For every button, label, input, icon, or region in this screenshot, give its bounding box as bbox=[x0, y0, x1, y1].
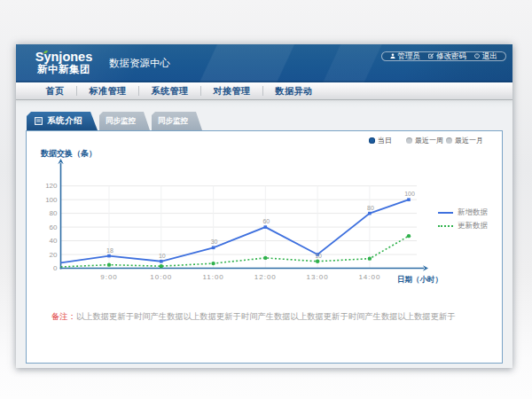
svg-text:80: 80 bbox=[50, 209, 58, 217]
svg-text:11:00: 11:00 bbox=[202, 273, 223, 281]
svg-text:100: 100 bbox=[45, 196, 58, 204]
svg-text:10:00: 10:00 bbox=[150, 273, 172, 281]
svg-text:60: 60 bbox=[262, 218, 270, 224]
svg-text:18: 18 bbox=[106, 247, 113, 254]
legend-item-updated-data: 更新数据 bbox=[438, 219, 488, 232]
x-axis-title: 日期（小时） bbox=[397, 275, 442, 286]
legend-item-new-data: 新增数据 bbox=[438, 206, 488, 219]
svg-text:60: 60 bbox=[50, 223, 58, 231]
chart-legend: 新增数据 更新数据 bbox=[438, 206, 488, 232]
svg-text:0: 0 bbox=[53, 264, 58, 272]
svg-text:12:00: 12:00 bbox=[254, 273, 277, 281]
legend-line-solid bbox=[438, 212, 453, 214]
svg-text:13:00: 13:00 bbox=[307, 273, 329, 281]
svg-text:100: 100 bbox=[404, 191, 415, 197]
browser-page: Synjones 新中新集团 数据资源中心 管理员 修改密码 退出 首页 bbox=[16, 44, 512, 368]
legend-line-dotted bbox=[438, 225, 453, 227]
svg-text:120: 120 bbox=[45, 182, 58, 190]
legend-label: 更新数据 bbox=[458, 221, 488, 231]
footnote: 备注：以上数据更新于时间产生数据以上数据更新于时间产生数据以上数据更新于时间产生… bbox=[51, 311, 504, 323]
legend-label: 新增数据 bbox=[458, 207, 488, 218]
footnote-prefix: 备注： bbox=[51, 312, 76, 321]
footnote-text: 以上数据更新于时间产生数据以上数据更新于时间产生数据以上数据更新于时间产生数据以… bbox=[76, 312, 456, 321]
svg-text:10: 10 bbox=[315, 253, 322, 259]
svg-text:30: 30 bbox=[211, 239, 218, 245]
svg-text:9:00: 9:00 bbox=[100, 273, 118, 281]
svg-text:10: 10 bbox=[159, 253, 166, 259]
svg-text:40: 40 bbox=[50, 237, 58, 245]
svg-text:20: 20 bbox=[50, 251, 58, 259]
svg-text:14:00: 14:00 bbox=[358, 273, 380, 281]
svg-text:80: 80 bbox=[367, 205, 374, 211]
